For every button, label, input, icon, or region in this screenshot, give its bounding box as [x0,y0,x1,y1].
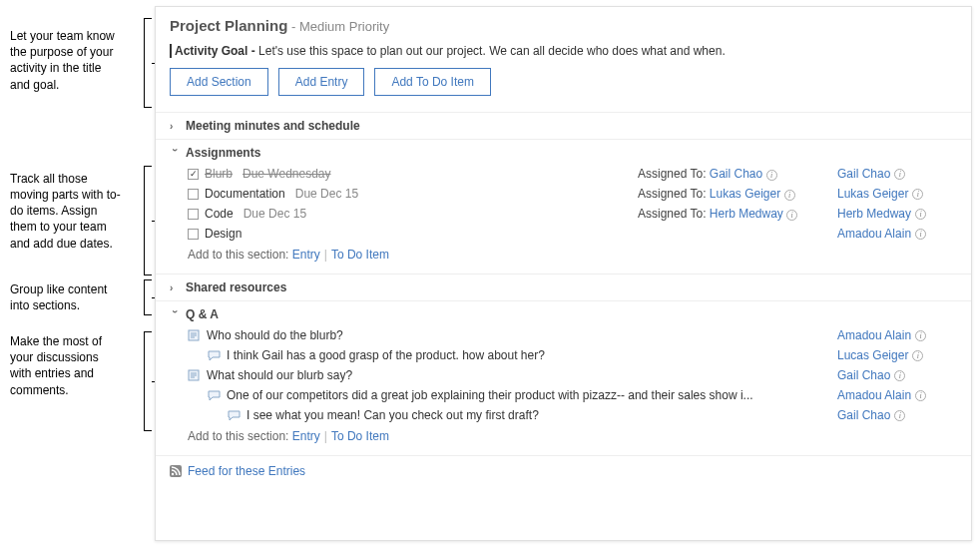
activity-goal: Activity Goal - Let's use this space to … [170,44,957,58]
entry-text[interactable]: Who should do the blurb? [207,328,343,342]
todo-checkbox[interactable] [188,209,199,220]
rss-icon [170,465,182,477]
annotation-discussions: Make the most of your discussions with e… [10,333,147,398]
add-entry-link[interactable]: Entry [292,248,320,262]
info-icon[interactable]: i [915,330,926,341]
section-add-line: Add to this section: Entry|To Do Item [188,244,957,264]
todo-checkbox[interactable]: ✓ [188,169,199,180]
info-icon[interactable]: i [894,410,905,421]
assigned-to-link[interactable]: Herb Medway [710,207,783,221]
todo-row: ✓ Blurb Due Wednesday Assigned To: Gail … [188,164,957,184]
feed-label: Feed for these Entries [188,464,305,478]
comment-text[interactable]: I see what you mean! Can you check out m… [246,408,539,422]
info-icon[interactable]: i [766,170,777,181]
entry-icon [188,329,201,341]
section-add-line: Add to this section: Entry|To Do Item [188,425,957,445]
author-link[interactable]: Amadou Alain i [837,227,957,241]
comment-row: One of our competitors did a great job e… [188,385,957,405]
assigned-to-link[interactable]: Lukas Geiger [710,187,780,201]
info-icon[interactable]: i [786,210,797,221]
info-icon[interactable]: i [915,209,926,220]
info-icon[interactable]: i [912,189,923,200]
add-todo-button[interactable]: Add To Do Item [374,68,491,96]
activity-priority: - Medium Priority [287,19,389,34]
section-assignments-header[interactable]: › Assignments [170,146,957,160]
entry-row: Who should do the blurb? Amadou Alaini [188,325,957,345]
section-shared-header[interactable]: › Shared resources [170,280,957,294]
info-icon[interactable]: i [915,229,926,240]
todo-due: Due Wednesday [243,167,331,181]
add-section-button[interactable]: Add Section [170,68,268,96]
author-link[interactable]: Amadou Alaini [837,388,957,402]
author-link[interactable]: Gail Chaoi [837,368,957,382]
section-assignments-title: Assignments [186,146,260,160]
assigned-to-label: Assigned To: [638,187,710,201]
add-entry-button[interactable]: Add Entry [278,68,365,96]
comment-text[interactable]: One of our competitors did a great job e… [227,388,753,402]
todo-row: Code Due Dec 15 Assigned To: Herb Medway… [188,204,957,224]
activity-title: Project Planning [170,17,287,34]
add-todo-link[interactable]: To Do Item [331,248,389,262]
annotation-sections: Group like content into sections. [10,281,147,313]
assigned-to-link[interactable]: Gail Chao [710,167,762,181]
info-icon[interactable]: i [915,390,926,401]
section-qa-header[interactable]: › Q & A [170,307,957,321]
comment-icon [208,349,221,361]
author-link[interactable]: Herb Medway i [837,207,957,221]
activity-title-line: Project Planning - Medium Priority [170,17,957,34]
section-qa-title: Q & A [186,307,219,321]
feed-link[interactable]: Feed for these Entries [156,455,971,486]
info-icon[interactable]: i [894,169,905,180]
chevron-down-icon: › [170,309,181,319]
entry-icon [188,369,201,381]
info-icon[interactable]: i [912,350,923,361]
info-icon[interactable]: i [784,190,795,201]
comment-row: I think Gail has a good grasp of the pro… [188,345,957,365]
author-link[interactable]: Amadou Alaini [837,328,957,342]
svg-point-8 [172,473,174,475]
activity-goal-label: Activity Goal - [175,44,258,58]
todo-title: Documentation [205,187,285,201]
add-entry-link[interactable]: Entry [292,429,320,443]
annotation-todo-items: Track all those moving parts with to-do … [10,171,147,252]
todo-row: Design Amadou Alain i [188,224,957,244]
chevron-down-icon: › [170,148,181,158]
comment-icon [228,409,241,421]
todo-due: Due Dec 15 [295,187,358,201]
info-icon[interactable]: i [894,370,905,381]
todo-due: Due Dec 15 [244,207,306,221]
assigned-to-label: Assigned To: [638,167,710,181]
comment-icon [208,389,221,401]
author-link[interactable]: Gail Chaoi [837,408,957,422]
todo-checkbox[interactable] [188,229,199,240]
author-link[interactable]: Lukas Geiger i [837,187,957,201]
todo-title: Blurb [205,167,233,181]
todo-checkbox[interactable] [188,189,199,200]
todo-title: Design [205,227,242,241]
entry-row: What should our blurb say? Gail Chaoi [188,365,957,385]
author-link[interactable]: Lucas Geigeri [837,348,957,362]
comment-row: I see what you mean! Can you check out m… [188,405,957,425]
todo-title: Code [205,207,234,221]
author-link[interactable]: Gail Chao i [837,167,957,181]
chevron-right-icon: › [170,282,180,293]
annotation-title-goal: Let your team know the purpose of your a… [10,28,147,93]
todo-row: Documentation Due Dec 15 Assigned To: Lu… [188,184,957,204]
activity-goal-text: Let's use this space to plan out our pro… [258,44,726,58]
add-todo-link[interactable]: To Do Item [331,429,389,443]
section-shared-title: Shared resources [186,280,286,294]
chevron-right-icon: › [170,121,180,132]
assigned-to-label: Assigned To: [638,207,710,221]
section-meeting-title: Meeting minutes and schedule [186,119,360,133]
entry-text[interactable]: What should our blurb say? [207,368,352,382]
activity-panel: Project Planning - Medium Priority Activ… [155,6,972,541]
section-meeting-header[interactable]: › Meeting minutes and schedule [170,119,957,133]
comment-text[interactable]: I think Gail has a good grasp of the pro… [227,348,545,362]
